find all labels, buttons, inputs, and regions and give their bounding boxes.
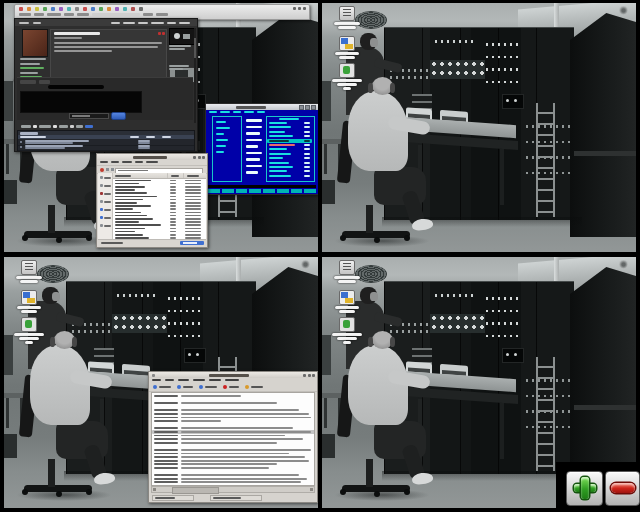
toolbar-tab[interactable] (64, 13, 74, 16)
file-list-header[interactable] (113, 173, 206, 179)
workspace-1[interactable] (4, 3, 318, 252)
dos-function-key-bar[interactable] (208, 189, 316, 193)
toolbar-button[interactable] (199, 385, 217, 389)
log-line-list[interactable] (151, 392, 315, 486)
desktop-icon-package[interactable] (8, 290, 50, 313)
menu-item[interactable] (152, 379, 161, 381)
desktop-icon-green-app[interactable] (326, 317, 368, 344)
filter-chip[interactable] (85, 125, 93, 128)
toolbar-icon[interactable] (83, 7, 87, 11)
dos-titlebar[interactable] (206, 104, 318, 110)
function-key[interactable] (222, 189, 234, 193)
menu-item[interactable] (135, 161, 143, 163)
toolbar-tab[interactable] (77, 13, 89, 16)
toolbar-button[interactable] (177, 385, 193, 389)
function-key[interactable] (277, 189, 289, 193)
log-viewer-toolbar[interactable] (149, 383, 317, 392)
add-desktop-button[interactable] (566, 471, 603, 506)
menu-item[interactable] (193, 379, 205, 381)
desktop-icon-package[interactable] (326, 290, 368, 313)
desktop-icon-green-app[interactable] (326, 63, 368, 90)
horizontal-scrollbar[interactable] (151, 486, 315, 493)
toolbar-button[interactable] (153, 385, 171, 389)
window-media-player[interactable] (14, 18, 198, 152)
file-manager-menu-bar[interactable] (100, 161, 158, 163)
function-key[interactable] (291, 189, 303, 193)
menu-item[interactable] (111, 161, 119, 163)
toolbar-icon[interactable] (59, 7, 63, 11)
toolbar-icon[interactable] (19, 7, 23, 11)
toolbar-tab[interactable] (47, 13, 61, 16)
toolbar-tab[interactable] (156, 13, 168, 16)
file-manager-titlebar[interactable] (97, 154, 207, 160)
toolbar-icon[interactable] (51, 7, 55, 11)
scrollbar[interactable] (194, 28, 196, 123)
window-buttons[interactable] (299, 105, 316, 110)
function-key[interactable] (208, 189, 220, 193)
log-viewer-menu-bar[interactable] (152, 379, 239, 381)
filter-chip[interactable] (39, 125, 51, 128)
nav-icon[interactable] (106, 168, 109, 171)
stop-icon[interactable] (100, 168, 104, 172)
window-buttons[interactable] (293, 7, 306, 10)
workspace-3[interactable] (4, 257, 318, 508)
places-sidebar[interactable] (98, 173, 113, 240)
nav-icon[interactable] (111, 168, 114, 171)
filter-chip[interactable] (70, 125, 74, 128)
window-buttons[interactable] (303, 374, 315, 377)
video-thumbnail[interactable] (169, 28, 195, 45)
menu-item[interactable] (122, 161, 132, 163)
playlist-panel[interactable] (17, 130, 195, 151)
menu-item[interactable] (146, 161, 158, 163)
window-file-manager[interactable] (96, 153, 208, 248)
window-dos-file-manager[interactable] (205, 103, 318, 195)
scroll-left-arrow[interactable] (153, 488, 156, 491)
workspace-2[interactable] (322, 3, 636, 252)
toolbar-tab[interactable] (19, 13, 31, 16)
menu-item[interactable] (165, 379, 174, 381)
dos-menu-item[interactable] (233, 111, 241, 113)
remove-desktop-button[interactable] (605, 471, 640, 506)
scrollbar-thumb[interactable] (172, 487, 219, 494)
toolbar-icon[interactable] (43, 7, 47, 11)
log-viewer-titlebar[interactable] (149, 372, 317, 378)
playlist-row[interactable] (18, 145, 194, 151)
filter-chip-row[interactable] (21, 124, 93, 128)
filter-chip[interactable] (76, 125, 83, 128)
primary-action-button[interactable] (111, 112, 126, 120)
menu-item[interactable] (209, 379, 221, 381)
function-key[interactable] (249, 189, 261, 193)
desktop-icon-green-app[interactable] (8, 317, 50, 344)
function-key[interactable] (236, 189, 248, 193)
toolbar-button[interactable] (245, 385, 263, 389)
window-buttons[interactable] (193, 156, 205, 159)
toolbar-icon[interactable] (131, 7, 135, 11)
dos-menu-item[interactable] (209, 111, 217, 113)
dos-menu-item[interactable] (220, 111, 230, 113)
dos-command-line[interactable] (208, 185, 316, 188)
toolbar-icon[interactable] (99, 7, 103, 11)
desktop-icon-list[interactable] (326, 260, 368, 283)
desktop-icon-package[interactable] (326, 36, 368, 59)
toolbar-icon[interactable] (67, 7, 71, 11)
filter-chip[interactable] (21, 125, 31, 128)
window-log-viewer[interactable] (148, 371, 318, 503)
toolbar-tab[interactable] (143, 13, 153, 16)
toolbar-tab[interactable] (92, 13, 140, 16)
scroll-right-arrow[interactable] (310, 488, 313, 491)
function-key[interactable] (304, 189, 316, 193)
dos-menu-bar[interactable] (209, 111, 265, 113)
filter-chip[interactable] (59, 125, 68, 128)
filter-chip[interactable] (33, 125, 37, 128)
toolbar-icon[interactable] (75, 7, 79, 11)
menu-item[interactable] (178, 379, 189, 381)
menu-item[interactable] (225, 379, 239, 381)
filter-chip[interactable] (53, 125, 57, 128)
toolbar-icon[interactable] (91, 7, 95, 11)
toolbar-button[interactable] (223, 385, 239, 389)
toolbar-icon[interactable] (35, 7, 39, 11)
menu-item[interactable] (100, 161, 108, 163)
file-list[interactable] (113, 173, 206, 240)
function-key[interactable] (263, 189, 275, 193)
desktop-icon-list[interactable] (8, 260, 50, 283)
